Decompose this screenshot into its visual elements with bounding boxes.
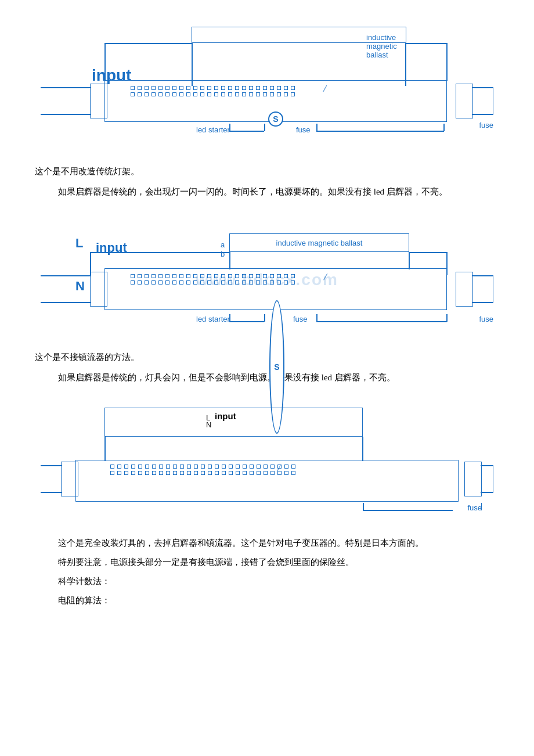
ballast-wire-left-2 [229,252,230,269]
wire-right-top-3 [481,465,493,466]
ballast-label-1: inductive magnetic ballast [366,33,406,59]
fuse-tick4-2 [446,314,448,322]
ballast-wire-left [192,43,193,86]
wire-left-bot-2 [41,302,91,303]
wire-l-htop [90,252,230,253]
fuse-tick2-2 [264,314,265,322]
right-conn-2 [456,272,473,307]
wire-top-conn2 [362,437,363,461]
fuse-tick1-3 [363,503,364,510]
wire-right-vert-3 [493,465,494,492]
ballast-wire-htop [104,43,192,44]
wire-right-bot-3 [481,492,493,493]
fuse-tick3-2 [316,314,317,322]
ballast-box-2: inductive magnetic ballast [229,233,409,252]
wire-right-top-1 [472,87,493,88]
fuse-tick4 [443,124,445,131]
ballast-wire-right [405,43,406,86]
wire-right-vert-2 [493,275,494,303]
fuse-line-3 [363,510,453,511]
ballast-label-2: inductive magnetic ballast [276,239,363,247]
fuse-line1 [229,131,264,132]
fuse-tick1 [229,124,230,131]
N-label-2: N [75,279,85,412]
wire-left-top-2 [41,275,91,276]
ballast-wire-htop2 [405,43,447,44]
right-conn-1 [456,84,473,118]
diagram-2: L input N a b inductive magnetic ballast [41,210,493,344]
diagram-1: inductive magnetic ballast input [41,22,493,150]
ballast-wire-right-2 [409,252,410,269]
wire-left-top-1 [41,87,91,88]
diagram-3: L input N [41,396,493,530]
wire-right-vert-1 [493,87,494,114]
fuse-tick2 [264,124,265,131]
fuse-tick3 [316,124,317,131]
wire-l-htop2 [409,252,447,253]
wire-right-bot-2 [472,302,493,303]
fuse-line2-2 [316,321,447,322]
fuse-tick1-2 [229,314,230,322]
right-conn-3 [464,462,482,496]
wire-left-bot-1 [41,114,91,115]
wire-right-bot-1 [472,114,493,115]
wire-right-top-2 [472,275,493,276]
fuse-tick2-3 [481,503,482,510]
fuse-label-3: fuse [467,503,482,637]
ballast-wire-vright2 [446,43,448,81]
fuse-line2 [316,131,444,132]
fuse-line1-2 [229,321,264,322]
wire-left-top-3 [41,465,62,466]
ballast-box-1: inductive magnetic ballast [192,27,406,43]
wire-left-bot-3 [41,492,62,493]
wire-top-conn [104,437,106,461]
s-circle-1: S [268,111,283,127]
